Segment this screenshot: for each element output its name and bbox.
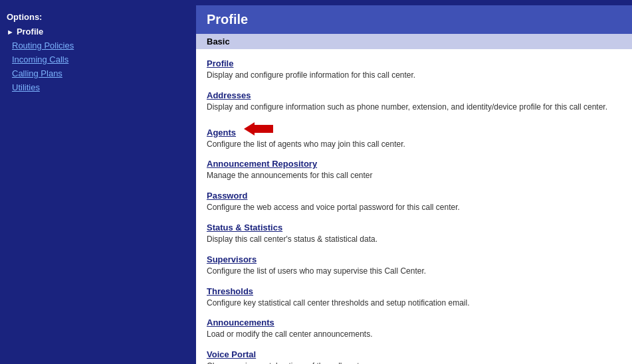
thresholds-menu-link[interactable]: Thresholds xyxy=(207,286,253,296)
menu-item-password: Password Configure the web access and vo… xyxy=(207,185,621,217)
menu-item-agents: Agents Configure the list of agents who … xyxy=(207,117,621,154)
profile-menu-desc: Display and configure profile informatio… xyxy=(207,70,415,80)
menu-item-thresholds: Thresholds Configure key statistical cal… xyxy=(207,281,621,313)
menu-item-announcement-repository: Announcement Repository Manage the annou… xyxy=(207,153,621,185)
agents-menu-desc: Configure the list of agents who may joi… xyxy=(207,139,405,149)
profile-menu-link[interactable]: Profile xyxy=(207,58,233,68)
routing-policies-link[interactable]: Routing Policies xyxy=(12,41,74,50)
sidebar: Options: ► Profile Routing Policies Inco… xyxy=(0,5,196,364)
menu-item-voice-portal: Voice Portal Change voice portal options… xyxy=(207,344,621,364)
menu-item-supervisors: Supervisors Configure the list of users … xyxy=(207,249,621,281)
status-statistics-menu-link[interactable]: Status & Statistics xyxy=(207,223,282,232)
section-basic-header: Basic xyxy=(196,34,632,49)
password-menu-desc: Configure the web access and voice porta… xyxy=(207,203,460,212)
voice-portal-menu-link[interactable]: Voice Portal xyxy=(207,349,256,359)
sidebar-item-routing-policies[interactable]: Routing Policies xyxy=(0,39,196,52)
password-menu-link[interactable]: Password xyxy=(207,191,247,201)
sidebar-options-label: Options: xyxy=(0,8,196,25)
sidebar-item-profile[interactable]: ► Profile xyxy=(0,25,196,39)
announcement-repository-menu-desc: Manage the announcements for this call c… xyxy=(207,171,372,180)
arrow-body-icon xyxy=(255,125,273,133)
menu-item-status-statistics: Status & Statistics Display this call ce… xyxy=(207,217,621,249)
sidebar-active-arrow: ► xyxy=(7,28,14,36)
calling-plans-link[interactable]: Calling Plans xyxy=(12,68,62,78)
menu-item-addresses: Addresses Display and configure informat… xyxy=(207,85,621,117)
agents-red-arrow xyxy=(244,122,273,136)
supervisors-menu-link[interactable]: Supervisors xyxy=(207,254,257,264)
content-body: Profile Display and configure profile in… xyxy=(196,49,632,364)
supervisors-menu-desc: Configure the list of users who may supe… xyxy=(207,266,426,276)
incoming-calls-link[interactable]: Incoming Calls xyxy=(12,54,68,64)
announcements-menu-desc: Load or modify the call center announcem… xyxy=(207,329,372,339)
sidebar-item-utilities[interactable]: Utilities xyxy=(0,80,196,94)
addresses-menu-link[interactable]: Addresses xyxy=(207,90,251,100)
sidebar-item-incoming-calls[interactable]: Incoming Calls xyxy=(0,52,196,66)
main-container: Options: ► Profile Routing Policies Inco… xyxy=(0,5,632,364)
top-bar xyxy=(0,0,632,5)
menu-item-profile: Profile Display and configure profile in… xyxy=(207,53,621,85)
arrow-head-icon xyxy=(244,122,255,136)
sidebar-item-calling-plans[interactable]: Calling Plans xyxy=(0,66,196,80)
status-statistics-menu-desc: Display this call center's status & stat… xyxy=(207,234,377,244)
sidebar-profile-label: Profile xyxy=(17,27,43,37)
agents-menu-link[interactable]: Agents xyxy=(207,128,236,137)
thresholds-menu-desc: Configure key statistical call center th… xyxy=(207,298,470,308)
menu-item-announcements: Announcements Load or modify the call ce… xyxy=(207,312,621,344)
utilities-link[interactable]: Utilities xyxy=(12,82,40,92)
content-header: Profile xyxy=(196,5,632,34)
content-area: Profile Basic Profile Display and config… xyxy=(196,5,632,364)
page-title: Profile xyxy=(207,12,621,27)
announcement-repository-menu-link[interactable]: Announcement Repository xyxy=(207,159,317,169)
announcements-menu-link[interactable]: Announcements xyxy=(207,318,274,327)
voice-portal-menu-desc: Change voice portal options of the call … xyxy=(207,361,368,364)
addresses-menu-desc: Display and configure information such a… xyxy=(207,102,607,112)
